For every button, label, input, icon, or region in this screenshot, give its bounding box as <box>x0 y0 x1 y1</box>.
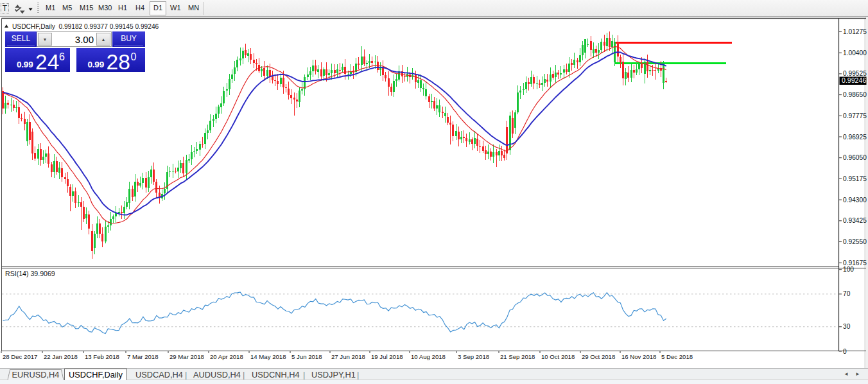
svg-text:20 Apr 2018: 20 Apr 2018 <box>210 353 243 360</box>
svg-text:3 Sep 2018: 3 Sep 2018 <box>458 353 489 360</box>
svg-text:16 Nov 2018: 16 Nov 2018 <box>621 353 656 360</box>
svg-text:0.97775: 0.97775 <box>843 112 867 119</box>
svg-text:0.94300: 0.94300 <box>843 196 867 204</box>
svg-text:0.95175: 0.95175 <box>843 175 867 182</box>
svg-text:29 Mar 2018: 29 Mar 2018 <box>169 353 204 360</box>
svg-text:100: 100 <box>843 266 854 273</box>
svg-text:30: 30 <box>843 323 851 330</box>
svg-text:0.96925: 0.96925 <box>843 134 867 141</box>
svg-text:0.98650: 0.98650 <box>843 91 867 98</box>
svg-text:22 Jan 2018: 22 Jan 2018 <box>44 353 78 360</box>
svg-text:10 Aug 2018: 10 Aug 2018 <box>411 353 446 360</box>
svg-text:0.96050: 0.96050 <box>843 154 867 161</box>
svg-text:27 Jun 2018: 27 Jun 2018 <box>331 353 365 360</box>
svg-text:5 Jun 2018: 5 Jun 2018 <box>291 353 322 360</box>
svg-text:0.91675: 0.91675 <box>843 259 867 266</box>
svg-text:0.99246: 0.99246 <box>842 76 866 84</box>
svg-text:29 Oct 2018: 29 Oct 2018 <box>582 353 615 360</box>
svg-text:5 Dec 2018: 5 Dec 2018 <box>661 353 693 360</box>
svg-text:19 Jul 2018: 19 Jul 2018 <box>371 353 403 360</box>
svg-text:7 Mar 2018: 7 Mar 2018 <box>127 353 159 360</box>
svg-text:1.01275: 1.01275 <box>843 28 867 35</box>
svg-text:10 Oct 2018: 10 Oct 2018 <box>541 353 575 360</box>
svg-text:0: 0 <box>843 348 847 355</box>
svg-text:70: 70 <box>843 290 851 297</box>
svg-text:0.93425: 0.93425 <box>843 217 867 224</box>
svg-text:14 May 2018: 14 May 2018 <box>250 353 286 360</box>
svg-text:21 Sep 2018: 21 Sep 2018 <box>500 353 535 360</box>
svg-text:13 Feb 2018: 13 Feb 2018 <box>85 353 119 360</box>
svg-text:1.00400: 1.00400 <box>843 49 867 57</box>
svg-text:0.92550: 0.92550 <box>843 238 867 245</box>
svg-text:28 Dec 2017: 28 Dec 2017 <box>3 353 37 360</box>
